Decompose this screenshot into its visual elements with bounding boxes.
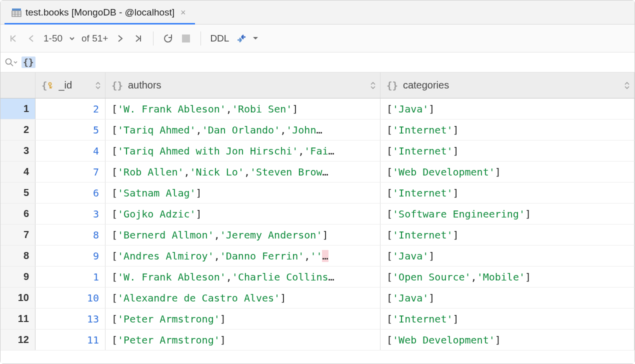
cell-authors[interactable]: ['Peter Armstrong']	[106, 308, 380, 329]
svg-rect-1	[12, 11, 21, 16]
row-number[interactable]: 9	[0, 266, 36, 287]
cell-authors[interactable]: ['W. Frank Ableson', 'Robi Sen']	[106, 98, 380, 119]
stop-button[interactable]	[178, 30, 194, 48]
cell-id[interactable]: 1	[36, 266, 106, 287]
cell-categories[interactable]: ['Internet']	[380, 140, 634, 161]
search-icon[interactable]	[4, 58, 18, 68]
cell-authors[interactable]: ['Andres Almiroy', 'Danno Ferrin', ''…	[106, 246, 380, 266]
page-range-label[interactable]: 1-50	[40, 33, 66, 44]
window: test.books [MongoDB - @localhost] × 1-50…	[0, 0, 635, 364]
cell-authors[interactable]: ['Tariq Ahmed with Jon Hirschi', 'Fai…	[106, 140, 380, 161]
row-number[interactable]: 8	[0, 246, 36, 266]
object-icon: {}	[386, 80, 398, 91]
table-row[interactable]: 1010['Alexandre de Castro Alves']['Java'…	[0, 288, 634, 308]
next-page-button[interactable]	[112, 30, 129, 48]
cell-categories[interactable]: ['Software Engineering']	[380, 204, 634, 224]
row-number[interactable]: 11	[0, 308, 36, 329]
cell-categories[interactable]: ['Internet']	[380, 182, 634, 203]
table-row[interactable]: 25['Tariq Ahmed', 'Dan Orlando', 'John ……	[0, 120, 634, 140]
sort-icon[interactable]	[95, 81, 101, 90]
row-number[interactable]: 12	[0, 330, 36, 350]
cell-authors[interactable]: ['Gojko Adzic']	[106, 204, 380, 224]
cell-id[interactable]: 7	[36, 162, 106, 182]
table-row[interactable]: 89['Andres Almiroy', 'Danno Ferrin', ''……	[0, 246, 634, 266]
header-authors-label: authors	[128, 80, 162, 91]
range-dropdown-icon[interactable]	[66, 30, 78, 48]
cell-id[interactable]: 3	[36, 204, 106, 224]
svg-point-6	[6, 58, 12, 64]
svg-point-8	[49, 82, 52, 85]
cell-authors[interactable]: ['Bernerd Allmon', 'Jeremy Anderson']	[106, 224, 380, 245]
cell-categories[interactable]: ['Java']	[380, 246, 634, 266]
filter-json-button[interactable]: {}	[22, 56, 36, 68]
cell-authors[interactable]: ['Rob Allen', 'Nick Lo', 'Steven Brow…	[106, 162, 380, 182]
table-row[interactable]: 63['Gojko Adzic']['Software Engineering'…	[0, 204, 634, 224]
row-number[interactable]: 1	[0, 98, 36, 119]
table-row[interactable]: 1211['Peter Armstrong']['Web Development…	[0, 330, 634, 350]
page-total-label: of 51+	[78, 33, 111, 44]
cell-id[interactable]: 6	[36, 182, 106, 203]
ddl-button[interactable]: DDL	[207, 33, 232, 44]
toolbar-separator	[153, 32, 154, 46]
object-icon: {}	[112, 80, 123, 91]
cell-id[interactable]: 11	[36, 330, 106, 350]
row-number[interactable]: 6	[0, 204, 36, 224]
cell-id[interactable]: 2	[36, 98, 106, 119]
sort-icon[interactable]	[370, 81, 376, 90]
transpose-button[interactable]	[233, 30, 250, 48]
transpose-dropdown-icon[interactable]	[251, 30, 260, 48]
cell-categories[interactable]: ['Web Development']	[380, 162, 634, 182]
cell-authors[interactable]: ['Satnam Alag']	[106, 182, 380, 203]
row-number[interactable]: 3	[0, 140, 36, 161]
cell-authors[interactable]: ['Tariq Ahmed', 'Dan Orlando', 'John …	[106, 120, 380, 140]
table-row[interactable]: 91['W. Frank Ableson', 'Charlie Collins……	[0, 266, 634, 288]
table-row[interactable]: 34['Tariq Ahmed with Jon Hirschi', 'Fai……	[0, 140, 634, 162]
cell-id[interactable]: 10	[36, 288, 106, 308]
header-rownum[interactable]	[0, 72, 36, 98]
cell-authors[interactable]: ['Peter Armstrong']	[106, 330, 380, 350]
cell-authors[interactable]: ['W. Frank Ableson', 'Charlie Collins…	[106, 266, 380, 287]
cell-categories[interactable]: ['Internet']	[380, 224, 634, 245]
header-authors[interactable]: {} authors	[106, 72, 380, 98]
table-row[interactable]: 78['Bernerd Allmon', 'Jeremy Anderson'][…	[0, 224, 634, 246]
row-number[interactable]: 2	[0, 120, 36, 140]
cell-categories[interactable]: ['Internet']	[380, 120, 634, 140]
toolbar-separator	[200, 32, 201, 46]
cell-categories[interactable]: ['Java']	[380, 98, 634, 119]
row-number[interactable]: 7	[0, 224, 36, 245]
row-number[interactable]: 5	[0, 182, 36, 203]
header-categories-label: categories	[403, 80, 449, 91]
svg-rect-0	[12, 8, 21, 10]
editor-tab[interactable]: test.books [MongoDB - @localhost] ×	[4, 2, 195, 24]
last-page-button[interactable]	[130, 30, 147, 48]
close-tab-icon[interactable]: ×	[178, 8, 188, 17]
cell-id[interactable]: 8	[36, 224, 106, 245]
grid-body: 12['W. Frank Ableson', 'Robi Sen']['Java…	[0, 98, 634, 350]
header-id-label: _id	[58, 80, 72, 91]
cell-categories[interactable]: ['Internet']	[380, 308, 634, 329]
first-page-button[interactable]	[4, 30, 22, 48]
cell-id[interactable]: 9	[36, 246, 106, 266]
row-number[interactable]: 4	[0, 162, 36, 182]
tab-title: test.books [MongoDB - @localhost]	[26, 7, 174, 18]
prev-page-button[interactable]	[22, 30, 40, 48]
row-number[interactable]: 10	[0, 288, 36, 308]
cell-categories[interactable]: ['Java']	[380, 288, 634, 308]
sort-icon[interactable]	[624, 81, 630, 90]
cell-id[interactable]: 5	[36, 120, 106, 140]
cell-authors[interactable]: ['Alexandre de Castro Alves']	[106, 288, 380, 308]
svg-line-7	[11, 64, 14, 66]
table-row[interactable]: 56['Satnam Alag']['Internet']	[0, 182, 634, 204]
object-key-icon: {	[42, 80, 54, 91]
header-categories[interactable]: {} categories	[380, 72, 634, 98]
cell-categories[interactable]: ['Web Development']	[380, 330, 634, 350]
cell-categories[interactable]: ['Open Source', 'Mobile']	[380, 266, 634, 287]
table-row[interactable]: 47['Rob Allen', 'Nick Lo', 'Steven Brow……	[0, 162, 634, 182]
table-row[interactable]: 12['W. Frank Ableson', 'Robi Sen']['Java…	[0, 98, 634, 120]
table-row[interactable]: 1113['Peter Armstrong']['Internet']	[0, 308, 634, 330]
reload-button[interactable]	[160, 30, 176, 48]
cell-id[interactable]: 13	[36, 308, 106, 329]
header-id[interactable]: { _id	[36, 72, 106, 98]
cell-id[interactable]: 4	[36, 140, 106, 161]
table-icon	[12, 8, 22, 18]
